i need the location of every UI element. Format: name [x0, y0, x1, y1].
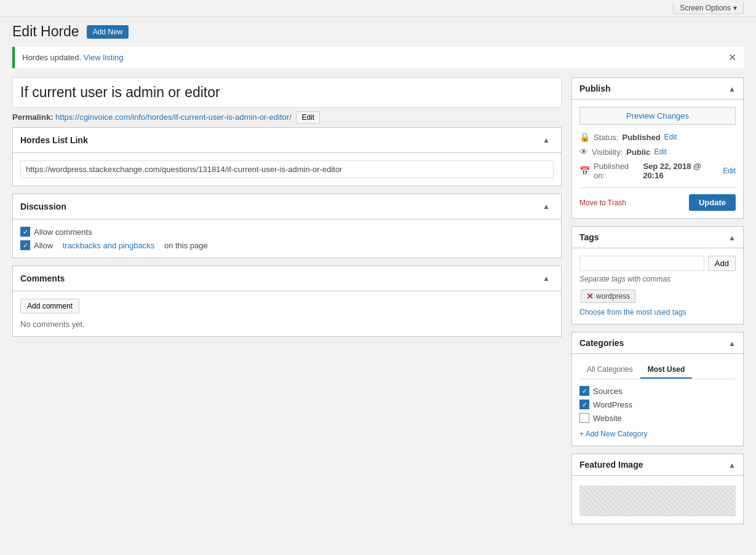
comments-metabox: Comments ▲ Add comment No comments yet. [12, 266, 562, 337]
discussion-header[interactable]: Discussion ▲ [13, 194, 561, 219]
tags-panel-body: Add Separate tags with commas ✕ wordpres… [572, 248, 743, 324]
categories-panel-title: Categories [579, 338, 624, 348]
hordes-list-link-input[interactable] [20, 160, 554, 178]
most-used-tab[interactable]: Most Used [640, 361, 693, 379]
chevron-up-icon: ▲ [543, 136, 550, 144]
trackbacks-link[interactable]: trackbacks and pingbacks [63, 241, 155, 250]
choose-tags-link[interactable]: Choose from the most used tags [579, 308, 736, 317]
add-new-button[interactable]: Add New [87, 25, 129, 39]
notice-close-button[interactable]: ✕ [728, 52, 736, 63]
chevron-up-icon: ▲ [728, 461, 736, 470]
category-website-label: Website [593, 414, 622, 423]
publish-panel-body: Preview Changes 🔒 Status: Published Edit… [572, 100, 743, 218]
tag-label: wordpress [596, 292, 630, 301]
publish-actions: Move to Trash Update [579, 187, 736, 211]
category-wordpress-label: WordPress [593, 400, 632, 409]
comments-header[interactable]: Comments ▲ [13, 266, 561, 291]
hordes-list-link-metabox: Hordes List Link ▲ [12, 127, 562, 186]
allow-comments-label: Allow comments [34, 227, 92, 237]
tag-input-row: Add [579, 256, 736, 271]
categories-panel: Categories ▲ All Categories Most Used ✓ … [571, 332, 744, 446]
categories-tabs: All Categories Most Used [579, 361, 736, 379]
preview-changes-button[interactable]: Preview Changes [579, 107, 736, 125]
visibility-icon: 👁 [579, 147, 588, 157]
featured-image-panel-title: Featured Image [579, 460, 643, 470]
hordes-list-link-header[interactable]: Hordes List Link ▲ [13, 128, 561, 153]
visibility-label: Visibility: [592, 148, 623, 157]
allow-comments-item: ✓ Allow comments [20, 227, 554, 237]
allow-trackbacks-item: ✓ Allow trackbacks and pingbacks on this… [20, 240, 554, 250]
category-sources-checkbox[interactable]: ✓ [579, 386, 589, 396]
tags-hint: Separate tags with commas [579, 275, 736, 283]
publish-panel-toggle[interactable]: ▲ [728, 83, 736, 94]
calendar-icon: 📅 [579, 166, 590, 176]
chevron-up-icon: ▲ [543, 202, 550, 211]
update-notice: Hordes updated. View listing ✕ [12, 47, 744, 68]
add-new-category-link[interactable]: + Add New Category [579, 430, 736, 438]
category-website-checkbox[interactable] [579, 413, 589, 423]
view-listing-link[interactable]: View listing [84, 53, 124, 62]
post-title-input[interactable] [12, 77, 562, 108]
allow-comments-checkbox[interactable]: ✓ [20, 227, 30, 237]
comments-toggle[interactable]: ▲ [539, 271, 554, 286]
permalink-label: Permalink: [12, 112, 53, 122]
published-edit-link[interactable]: Edit [723, 167, 736, 175]
on-this-page-label: on this page [164, 241, 208, 250]
discussion-body: ✓ Allow comments ✓ Allow trackbacks and … [13, 219, 561, 258]
publish-panel-header[interactable]: Publish ▲ [572, 78, 743, 100]
comments-title: Comments [20, 274, 65, 283]
tag-items-container: ✕ wordpress [579, 288, 736, 304]
status-label: Status: [594, 133, 618, 142]
discussion-toggle[interactable]: ▲ [539, 199, 554, 214]
visibility-value: Public [626, 148, 650, 157]
category-list: ✓ Sources ✓ WordPress Website [579, 384, 736, 425]
edit-slug-button[interactable]: Edit [296, 111, 320, 124]
featured-image-panel-header[interactable]: Featured Image ▲ [572, 454, 743, 476]
status-edit-link[interactable]: Edit [664, 133, 677, 141]
permalink-url[interactable]: https://cginvoice.com/info/hordes/if-cur… [55, 112, 292, 122]
chevron-down-icon: ▾ [733, 4, 737, 12]
chevron-up-icon: ▲ [728, 234, 736, 242]
tag-remove-button[interactable]: ✕ [586, 291, 594, 301]
category-wordpress: ✓ WordPress [579, 398, 736, 411]
visibility-row: 👁 Visibility: Public Edit [579, 147, 736, 157]
add-tag-button[interactable]: Add [708, 256, 736, 271]
hordes-list-link-toggle[interactable]: ▲ [539, 133, 554, 148]
featured-image-placeholder [579, 486, 736, 516]
content-area: Permalink: https://cginvoice.com/info/ho… [12, 77, 562, 344]
publish-panel-title: Publish [579, 84, 611, 93]
tag-item: ✕ wordpress [581, 289, 635, 303]
screen-options-button[interactable]: Screen Options ▾ [673, 2, 744, 14]
move-to-trash-link[interactable]: Move to Trash [579, 199, 626, 207]
page-title: Edit Horde [12, 23, 79, 40]
chevron-up-icon: ▲ [543, 274, 550, 283]
allow-trackbacks-checkbox[interactable]: ✓ [20, 240, 30, 250]
hordes-list-link-body [13, 153, 561, 186]
tags-panel-header[interactable]: Tags ▲ [572, 227, 743, 248]
tags-panel-title: Tags [579, 232, 599, 242]
featured-image-panel-body [572, 476, 743, 524]
all-categories-tab[interactable]: All Categories [579, 361, 640, 379]
publish-panel: Publish ▲ Preview Changes 🔒 Status: Publ… [571, 77, 744, 219]
status-icon: 🔒 [579, 132, 590, 142]
categories-panel-body: All Categories Most Used ✓ Sources ✓ Wor… [572, 354, 743, 446]
categories-panel-toggle[interactable]: ▲ [728, 337, 736, 348]
screen-options-label: Screen Options [680, 4, 731, 12]
category-website: Website [579, 411, 736, 425]
add-comment-button[interactable]: Add comment [20, 299, 79, 313]
update-button[interactable]: Update [689, 194, 736, 211]
category-sources-label: Sources [593, 387, 623, 396]
tag-input[interactable] [579, 256, 704, 271]
category-sources: ✓ Sources [579, 384, 736, 398]
categories-panel-header[interactable]: Categories ▲ [572, 333, 743, 354]
permalink-row: Permalink: https://cginvoice.com/info/ho… [12, 108, 562, 127]
featured-image-panel: Featured Image ▲ [571, 454, 744, 524]
category-wordpress-checkbox[interactable]: ✓ [579, 400, 589, 409]
visibility-edit-link[interactable]: Edit [654, 148, 667, 156]
discussion-title: Discussion [20, 202, 66, 211]
hordes-list-link-title: Hordes List Link [20, 135, 88, 145]
tags-panel-toggle[interactable]: ▲ [728, 232, 736, 243]
featured-image-panel-toggle[interactable]: ▲ [728, 459, 736, 470]
discussion-metabox: Discussion ▲ ✓ Allow comments ✓ Allow tr… [12, 194, 562, 258]
chevron-up-icon: ▲ [728, 339, 736, 348]
